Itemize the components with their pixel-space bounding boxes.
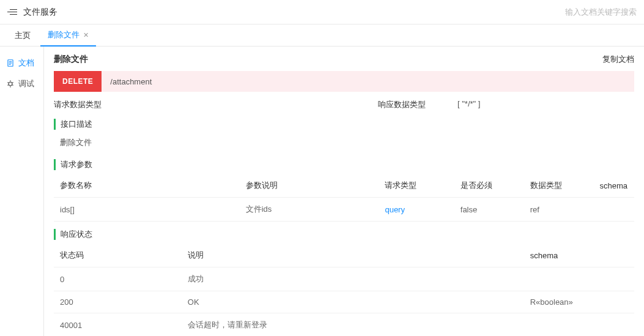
col-status-desc: 说明 bbox=[182, 244, 524, 267]
cell-req-type[interactable]: query bbox=[379, 198, 454, 222]
params-table: 参数名称 参数说明 请求类型 是否必须 数据类型 schema ids[] 文件… bbox=[54, 174, 634, 222]
table-row: 200OKR«boolean» bbox=[54, 291, 634, 313]
app-title: 文件服务 bbox=[23, 7, 57, 18]
col-param-name: 参数名称 bbox=[54, 174, 240, 198]
section-status-title: 响应状态 bbox=[54, 229, 634, 240]
cell-desc: 成功 bbox=[182, 267, 524, 291]
col-status-schema: schema bbox=[524, 244, 634, 267]
tab-home[interactable]: 主页 bbox=[7, 24, 38, 47]
table-header-row: 状态码 说明 schema bbox=[54, 244, 634, 267]
table-header-row: 参数名称 参数说明 请求类型 是否必须 数据类型 schema bbox=[54, 174, 634, 198]
sidebar-item-label: 调试 bbox=[18, 78, 34, 89]
cell-code: 40001 bbox=[54, 313, 182, 337]
sidebar-item-label: 文档 bbox=[18, 58, 34, 69]
table-row: ids[] 文件ids query false ref bbox=[54, 198, 634, 222]
api-path: /attachment bbox=[102, 77, 152, 86]
status-table: 状态码 说明 schema 0成功200OKR«boolean»40001会话超… bbox=[54, 244, 634, 336]
col-dtype: 数据类型 bbox=[524, 174, 594, 198]
cell-param-desc: 文件ids bbox=[240, 198, 379, 222]
cell-schema bbox=[524, 267, 634, 291]
tab-delete-file[interactable]: 删除文件 ✕ bbox=[40, 24, 96, 47]
tab-label: 主页 bbox=[15, 30, 31, 41]
doc-icon bbox=[6, 59, 15, 67]
cell-code: 200 bbox=[54, 291, 182, 313]
request-type-label: 请求数据类型 bbox=[54, 99, 378, 110]
cell-param-name: ids[] bbox=[54, 198, 240, 222]
http-method-badge: DELETE bbox=[54, 71, 102, 92]
cell-desc: 会话超时，请重新登录 bbox=[182, 313, 524, 337]
col-req-type: 请求类型 bbox=[379, 174, 454, 198]
top-header: 文件服务 bbox=[0, 0, 644, 24]
svg-line-6 bbox=[7, 83, 9, 83]
page-title: 删除文件 bbox=[54, 54, 88, 65]
bug-icon bbox=[6, 80, 15, 88]
sidebar-item-doc[interactable]: 文档 bbox=[0, 53, 43, 73]
table-row: 0成功 bbox=[54, 267, 634, 291]
cell-schema bbox=[524, 313, 634, 337]
response-type-label: 响应数据类型 bbox=[378, 99, 457, 110]
col-status-code: 状态码 bbox=[54, 244, 182, 267]
cell-dtype: ref bbox=[524, 198, 594, 222]
tabs-bar: 主页 删除文件 ✕ bbox=[0, 24, 644, 47]
svg-line-7 bbox=[12, 83, 13, 83]
copy-doc-button[interactable]: 复制文档 bbox=[602, 54, 634, 65]
section-params-title: 请求参数 bbox=[54, 159, 634, 170]
section-desc-title: 接口描述 bbox=[54, 119, 634, 130]
svg-point-4 bbox=[9, 82, 12, 86]
cell-schema bbox=[594, 198, 634, 222]
close-icon[interactable]: ✕ bbox=[83, 31, 89, 39]
table-row: 40001会话超时，请重新登录 bbox=[54, 313, 634, 337]
response-type-value: [ "*/*" ] bbox=[457, 99, 480, 110]
search-input[interactable] bbox=[551, 7, 637, 17]
tab-label: 删除文件 bbox=[48, 29, 80, 40]
col-required: 是否必须 bbox=[454, 174, 524, 198]
cell-desc: OK bbox=[182, 291, 524, 313]
method-bar: DELETE /attachment bbox=[54, 71, 634, 92]
svg-line-9 bbox=[12, 85, 13, 86]
col-param-desc: 参数说明 bbox=[240, 174, 379, 198]
svg-line-8 bbox=[7, 85, 9, 86]
menu-toggle-icon[interactable] bbox=[7, 7, 17, 17]
sidebar: 文档 调试 bbox=[0, 47, 44, 336]
content-area: 删除文件 复制文档 DELETE /attachment 请求数据类型 响应数据… bbox=[44, 47, 644, 336]
section-desc-text: 删除文件 bbox=[54, 133, 634, 152]
cell-code: 0 bbox=[54, 267, 182, 291]
cell-schema: R«boolean» bbox=[524, 291, 634, 313]
cell-required: false bbox=[454, 198, 524, 222]
sidebar-item-debug[interactable]: 调试 bbox=[0, 73, 43, 94]
col-schema: schema bbox=[594, 174, 634, 198]
